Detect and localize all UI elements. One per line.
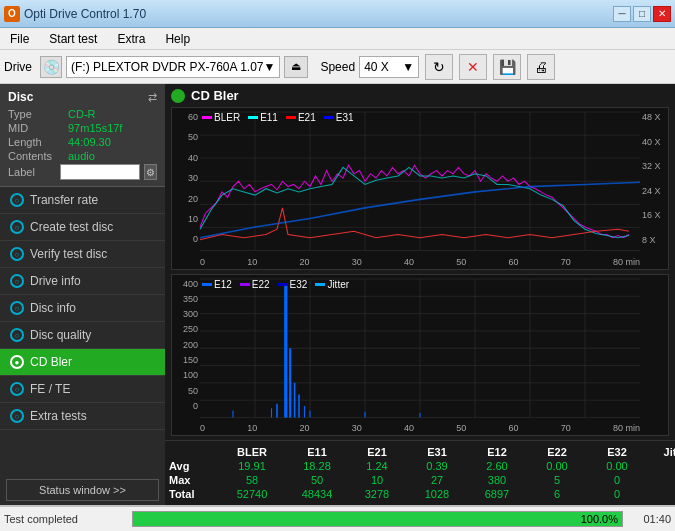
nav-label-transfer-rate: Transfer rate (30, 193, 98, 207)
nav-item-verify-test-disc[interactable]: ○ Verify test disc (0, 241, 165, 268)
status-window-button[interactable]: Status window >> (6, 479, 159, 501)
drive-dropdown-arrow: ▼ (264, 60, 276, 74)
stats-col-e21: E21 (347, 445, 407, 459)
stats-avg-e12: 2.60 (467, 459, 527, 473)
nav-icon-drive-info: ○ (10, 274, 24, 288)
stats-avg-e32: 0.00 (587, 459, 647, 473)
app-title: Opti Drive Control 1.70 (24, 7, 146, 21)
stats-total-row: Total 52740 48434 3278 1028 6897 6 0 - (167, 487, 675, 501)
stats-max-row: Max 58 50 10 27 380 5 0 - (167, 473, 675, 487)
nav-item-create-test-disc[interactable]: ○ Create test disc (0, 214, 165, 241)
drive-icon: 💿 (40, 56, 62, 78)
nav-icon-extra-tests: ○ (10, 409, 24, 423)
nav-icon-verify-test-disc: ○ (10, 247, 24, 261)
disc-contents-label: Contents (8, 150, 68, 162)
nav-label-verify-test-disc: Verify test disc (30, 247, 107, 261)
floppy-button[interactable]: 💾 (493, 54, 521, 80)
stats-max-bler: 58 (217, 473, 287, 487)
upper-y-axis-right: 48 X 40 X 32 X 24 X 16 X 8 X (640, 108, 668, 249)
lower-chart: E12 E22 E32 Jitter 4 (171, 274, 669, 437)
refresh-button[interactable]: ↻ (425, 54, 453, 80)
stats-col-e22: E22 (527, 445, 587, 459)
stats-total-bler: 52740 (217, 487, 287, 501)
main-layout: Disc ⇄ Type CD-R MID 97m15s17f Length 44… (0, 84, 675, 505)
stats-avg-label: Avg (167, 459, 217, 473)
menu-file[interactable]: File (4, 30, 35, 48)
menu-start-test[interactable]: Start test (43, 30, 103, 48)
lower-y-axis: 400 350 300 250 200 150 100 50 0 (172, 275, 200, 416)
legend-e21: E21 (286, 112, 316, 123)
stats-col-bler: BLER (217, 445, 287, 459)
chart-title: CD Bler (191, 88, 239, 103)
progress-bar-container: 100.0% (132, 511, 623, 527)
legend-e31: E31 (324, 112, 354, 123)
nav-item-fe-te[interactable]: ○ FE / TE (0, 376, 165, 403)
stats-col-jitter: Jitter (647, 445, 675, 459)
minimize-button[interactable]: ─ (613, 6, 631, 22)
eject-button[interactable]: ⏏ (284, 56, 308, 78)
print-button[interactable]: 🖨 (527, 54, 555, 80)
stats-max-e31: 27 (407, 473, 467, 487)
stats-header-row: BLER E11 E21 E31 E12 E22 E32 Jitter (167, 445, 675, 459)
nav-icon-fe-te: ○ (10, 382, 24, 396)
stats-avg-e31: 0.39 (407, 459, 467, 473)
disc-label-input[interactable] (60, 164, 140, 180)
stats-avg-e21: 1.24 (347, 459, 407, 473)
stats-avg-jitter: - (647, 459, 675, 473)
menu-extra[interactable]: Extra (111, 30, 151, 48)
disc-label-icon-button[interactable]: ⚙ (144, 164, 157, 180)
nav-icon-disc-info: ○ (10, 301, 24, 315)
nav-item-disc-quality[interactable]: ○ Disc quality (0, 322, 165, 349)
disc-label-label: Label (8, 166, 56, 178)
nav-item-transfer-rate[interactable]: ○ Transfer rate (0, 187, 165, 214)
disc-collapse-arrow[interactable]: ⇄ (148, 91, 157, 104)
stats-max-e11: 50 (287, 473, 347, 487)
upper-y-axis: 60 50 40 30 20 10 0 (172, 108, 200, 249)
svg-point-0 (172, 90, 184, 102)
nav-label-create-test-disc: Create test disc (30, 220, 113, 234)
nav-icon-create-test-disc: ○ (10, 220, 24, 234)
nav-item-cd-bler[interactable]: ● CD Bler (0, 349, 165, 376)
upper-legend: BLER E11 E21 E31 (202, 112, 354, 123)
nav-icon-transfer-rate: ○ (10, 193, 24, 207)
drive-label: Drive (4, 60, 32, 74)
drive-select: 💿 (F:) PLEXTOR DVDR PX-760A 1.07 ▼ (40, 56, 280, 78)
stats-avg-row: Avg 19.91 18.28 1.24 0.39 2.60 0.00 0.00… (167, 459, 675, 473)
stats-max-e12: 380 (467, 473, 527, 487)
chart-container: CD Bler BLER E11 E21 (165, 84, 675, 440)
time-elapsed: 01:40 (631, 513, 671, 525)
nav-item-extra-tests[interactable]: ○ Extra tests (0, 403, 165, 430)
stats-total-e21: 3278 (347, 487, 407, 501)
legend-jitter: Jitter (315, 279, 349, 290)
stats-max-e21: 10 (347, 473, 407, 487)
upper-chart: BLER E11 E21 E31 60 (171, 107, 669, 270)
stats-total-jitter: - (647, 487, 675, 501)
clear-button[interactable]: ✕ (459, 54, 487, 80)
app-icon: O (4, 6, 20, 22)
disc-mid-label: MID (8, 122, 68, 134)
nav-item-drive-info[interactable]: ○ Drive info (0, 268, 165, 295)
disc-mid-value: 97m15s17f (68, 122, 122, 134)
disc-title: Disc (8, 90, 33, 104)
speed-dropdown-arrow: ▼ (402, 60, 414, 74)
stats-max-e22: 5 (527, 473, 587, 487)
nav-item-disc-info[interactable]: ○ Disc info (0, 295, 165, 322)
stats-max-label: Max (167, 473, 217, 487)
progress-bar-fill (133, 512, 622, 526)
menu-help[interactable]: Help (159, 30, 196, 48)
speed-dropdown[interactable]: 40 X ▼ (359, 56, 419, 78)
close-button[interactable]: ✕ (653, 6, 671, 22)
chart-icon (171, 89, 185, 103)
maximize-button[interactable]: □ (633, 6, 651, 22)
toolbar: Drive 💿 (F:) PLEXTOR DVDR PX-760A 1.07 ▼… (0, 50, 675, 84)
disc-length-value: 44:09.30 (68, 136, 111, 148)
nav-icon-disc-quality: ○ (10, 328, 24, 342)
lower-x-axis: 0 10 20 30 40 50 60 70 80 min (200, 423, 640, 433)
stats-total-e32: 0 (587, 487, 647, 501)
stats-col-empty (167, 445, 217, 459)
upper-chart-area (200, 112, 640, 251)
status-text: Test completed (4, 513, 124, 525)
drive-dropdown[interactable]: (F:) PLEXTOR DVDR PX-760A 1.07 ▼ (66, 56, 280, 78)
upper-x-axis: 0 10 20 30 40 50 60 70 80 min (200, 257, 640, 267)
nav-label-cd-bler: CD Bler (30, 355, 72, 369)
